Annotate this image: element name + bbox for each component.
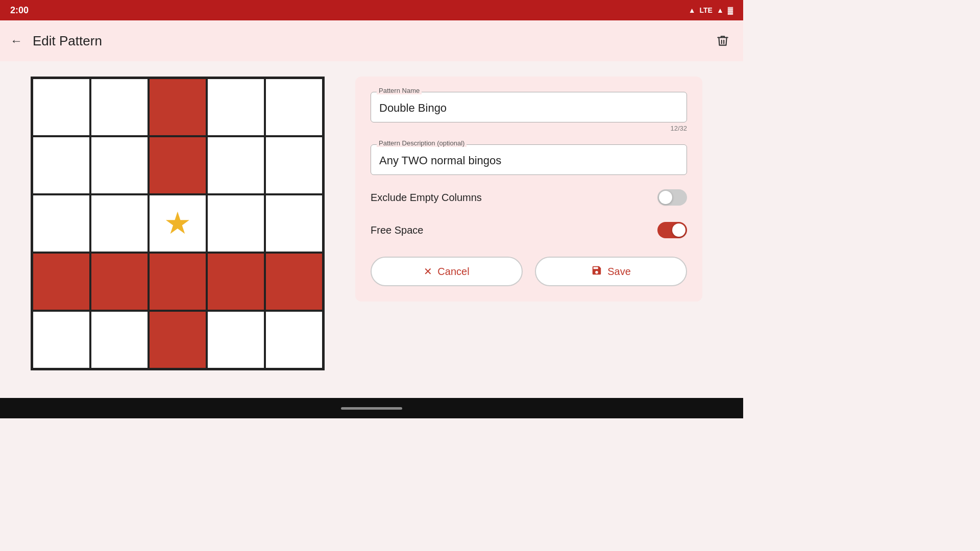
pattern-description-label: Pattern Description (optional) — [377, 139, 467, 147]
page-title: Edit Pattern — [33, 33, 102, 49]
wifi-icon: ▲ — [689, 6, 696, 14]
bingo-cell[interactable] — [90, 194, 149, 253]
bingo-cell[interactable] — [32, 78, 90, 136]
exclude-empty-thumb — [659, 191, 672, 204]
free-space-label: Free Space — [371, 224, 423, 236]
buttons-row: ✕ Cancel Save — [371, 257, 687, 286]
bingo-cell[interactable] — [207, 253, 265, 311]
bingo-cell[interactable] — [32, 194, 90, 253]
star-icon: ★ — [164, 208, 191, 239]
bingo-cell[interactable] — [90, 253, 149, 311]
bingo-grid-container: ★ — [31, 77, 325, 370]
exclude-empty-toggle[interactable] — [657, 189, 687, 206]
bingo-cell[interactable] — [207, 78, 265, 136]
cancel-icon: ✕ — [424, 265, 432, 278]
bingo-cell[interactable] — [265, 311, 323, 369]
bingo-cell[interactable] — [149, 136, 207, 194]
bingo-cell[interactable] — [265, 194, 323, 253]
bottom-pill — [341, 407, 402, 410]
save-label: Save — [607, 266, 631, 278]
status-time: 2:00 — [10, 5, 29, 16]
bingo-cell[interactable] — [207, 311, 265, 369]
save-icon — [591, 265, 602, 279]
floppy-disk-icon — [591, 265, 602, 276]
bingo-cell[interactable] — [207, 136, 265, 194]
free-space-thumb — [672, 223, 685, 237]
right-panel: Pattern Name 12/32 Pattern Description (… — [355, 77, 702, 302]
cancel-button[interactable]: ✕ Cancel — [371, 257, 523, 286]
bingo-cell[interactable] — [265, 136, 323, 194]
lte-label: LTE — [700, 6, 713, 14]
bingo-cell[interactable] — [265, 253, 323, 311]
save-button[interactable]: Save — [535, 257, 687, 286]
pattern-name-input[interactable] — [371, 92, 687, 122]
bingo-cell[interactable]: ★ — [149, 194, 207, 253]
top-bar: ← Edit Pattern — [0, 20, 743, 61]
main-content: ★ Pattern Name 12/32 Pattern Description… — [0, 61, 743, 398]
exclude-empty-label: Exclude Empty Columns — [371, 192, 482, 204]
bingo-cell[interactable] — [149, 253, 207, 311]
battery-icon: ▓ — [728, 6, 733, 14]
status-bar: 2:00 ▲ LTE ▲ ▓ — [0, 0, 743, 20]
bingo-cell[interactable] — [90, 136, 149, 194]
cancel-label: Cancel — [437, 266, 469, 278]
bingo-cell[interactable] — [149, 78, 207, 136]
delete-button[interactable] — [713, 31, 733, 51]
free-space-row: Free Space — [371, 220, 687, 240]
bottom-bar — [0, 398, 743, 418]
pattern-name-group: Pattern Name 12/32 — [371, 92, 687, 132]
trash-icon — [716, 34, 729, 47]
back-icon: ← — [10, 34, 22, 48]
pattern-description-input[interactable] — [371, 144, 687, 175]
bingo-cell[interactable] — [265, 78, 323, 136]
pattern-name-label: Pattern Name — [377, 87, 422, 94]
top-bar-left: ← Edit Pattern — [10, 33, 102, 49]
bingo-cell[interactable] — [32, 136, 90, 194]
back-button[interactable]: ← — [10, 34, 22, 48]
bingo-cell[interactable] — [32, 253, 90, 311]
pattern-description-group: Pattern Description (optional) — [371, 144, 687, 175]
bingo-cell[interactable] — [90, 311, 149, 369]
status-icons: ▲ LTE ▲ ▓ — [689, 6, 733, 14]
signal-icon: ▲ — [717, 6, 724, 14]
char-count: 12/32 — [371, 124, 687, 132]
bingo-cell[interactable] — [149, 311, 207, 369]
free-space-toggle[interactable] — [657, 222, 687, 238]
bingo-cell[interactable] — [90, 78, 149, 136]
exclude-empty-row: Exclude Empty Columns — [371, 187, 687, 208]
bingo-cell[interactable] — [207, 194, 265, 253]
bingo-cell[interactable] — [32, 311, 90, 369]
bingo-grid: ★ — [31, 77, 325, 370]
